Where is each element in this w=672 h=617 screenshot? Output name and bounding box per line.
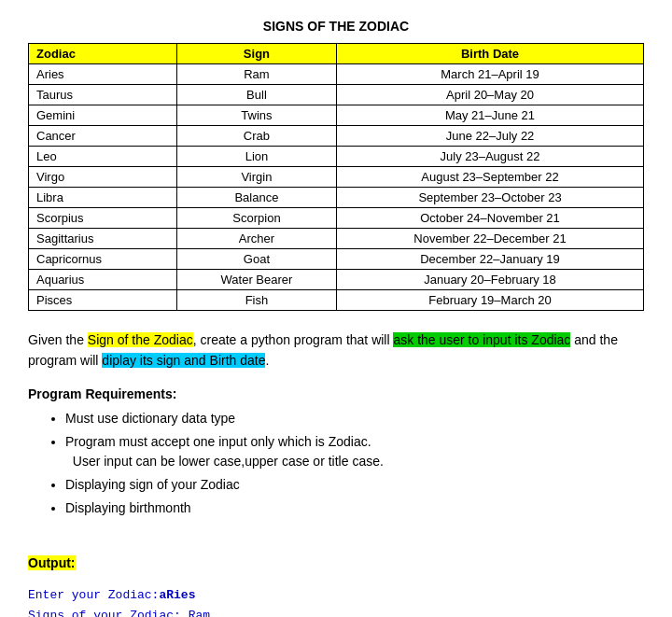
- table-cell: Bull: [176, 85, 336, 105]
- output-code-block: Enter your Zodiac:aRies Signs of your Zo…: [28, 585, 644, 617]
- table-row: ScorpiusScorpionOctober 24–November 21: [29, 208, 644, 229]
- table-row: CapricornusGoatDecember 22–January 19: [29, 249, 644, 270]
- table-row: CancerCrabJune 22–July 22: [29, 126, 644, 147]
- table-cell: August 23–September 22: [337, 167, 644, 188]
- table-row: TaurusBullApril 20–May 20: [29, 85, 644, 105]
- table-cell: Capricornus: [29, 249, 177, 270]
- highlight-display: diplay its sign and Birth date: [102, 353, 265, 368]
- table-cell: Aquarius: [29, 270, 177, 290]
- requirements-title: Program Requirements:: [28, 386, 644, 401]
- table-cell: April 20–May 20: [337, 85, 644, 105]
- requirements-list: Must use dictionary data type Program mu…: [65, 409, 644, 518]
- table-cell: Fish: [176, 290, 336, 311]
- table-cell: Goat: [176, 249, 336, 270]
- table-cell: October 24–November 21: [337, 208, 644, 229]
- requirement-item: Must use dictionary data type: [65, 409, 644, 428]
- table-cell: Aries: [29, 64, 177, 85]
- table-cell: Archer: [176, 229, 336, 249]
- table-cell: Sagittarius: [29, 229, 177, 249]
- table-row: LibraBalanceSeptember 23–October 23: [29, 188, 644, 208]
- output-line-2: Signs of your Zodiac: Ram: [28, 606, 644, 617]
- zodiac-table: Zodiac Sign Birth Date AriesRamMarch 21–…: [28, 43, 644, 311]
- table-row: AriesRamMarch 21–April 19: [29, 64, 644, 85]
- output-label: Output:: [28, 555, 76, 570]
- table-cell: Balance: [176, 188, 336, 208]
- table-cell: December 22–January 19: [337, 249, 644, 270]
- table-cell: September 23–October 23: [337, 188, 644, 208]
- table-cell: Twins: [176, 105, 336, 126]
- table-row: AquariusWater BearerJanuary 20–February …: [29, 270, 644, 290]
- table-cell: Scorpius: [29, 208, 177, 229]
- table-cell: Ram: [176, 64, 336, 85]
- table-cell: Scorpion: [176, 208, 336, 229]
- table-cell: Virgin: [176, 167, 336, 188]
- table-cell: February 19–March 20: [337, 290, 644, 311]
- table-cell: Libra: [29, 188, 177, 208]
- table-row: SagittariusArcherNovember 22–December 21: [29, 229, 644, 249]
- col-header-birthdate: Birth Date: [337, 44, 644, 64]
- table-row: GeminiTwinsMay 21–June 21: [29, 105, 644, 126]
- col-header-sign: Sign: [176, 44, 336, 64]
- table-cell: Crab: [176, 126, 336, 147]
- highlight-sign-of-zodiac: Sign of the Zodiac: [88, 332, 193, 347]
- table-cell: May 21–June 21: [337, 105, 644, 126]
- table-cell: Water Bearer: [176, 270, 336, 290]
- table-cell: Cancer: [29, 126, 177, 147]
- table-row: LeoLionJuly 23–August 22: [29, 147, 644, 167]
- table-cell: March 21–April 19: [337, 64, 644, 85]
- table-cell: Gemini: [29, 105, 177, 126]
- table-cell: Virgo: [29, 167, 177, 188]
- requirement-item: Displaying birthmonth: [65, 498, 644, 518]
- table-row: PiscesFishFebruary 19–March 20: [29, 290, 644, 311]
- col-header-zodiac: Zodiac: [29, 44, 177, 64]
- table-cell: January 20–February 18: [337, 270, 644, 290]
- table-cell: July 23–August 22: [337, 147, 644, 167]
- table-cell: Pisces: [29, 290, 177, 311]
- page-title: SIGNS OF THE ZODIAC: [28, 19, 644, 34]
- description-paragraph: Given the Sign of the Zodiac, create a p…: [28, 330, 644, 372]
- table-cell: Taurus: [29, 85, 177, 105]
- highlight-ask-user: ask the user to input its Zodiac: [393, 332, 570, 347]
- requirement-item: Displaying sign of your Zodiac: [65, 475, 644, 495]
- table-cell: June 22–July 22: [337, 126, 644, 147]
- table-row: VirgoVirginAugust 23–September 22: [29, 167, 644, 188]
- table-cell: Leo: [29, 147, 177, 167]
- table-cell: Lion: [176, 147, 336, 167]
- output-line-1: Enter your Zodiac:aRies: [28, 585, 644, 606]
- requirement-item: Program must accept one input only which…: [65, 432, 644, 471]
- table-cell: November 22–December 21: [337, 229, 644, 249]
